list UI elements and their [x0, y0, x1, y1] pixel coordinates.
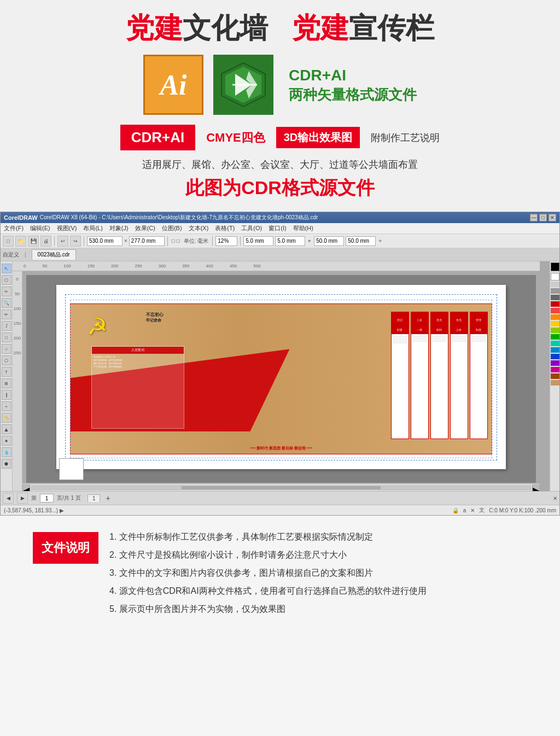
swatch-brown[interactable] — [551, 373, 559, 379]
note-item-2: 2. 文件尺寸是投稿比例缩小设计，制作时请务必注意尺寸大小 — [109, 547, 527, 563]
h-scroll-thumb[interactable] — [182, 486, 381, 489]
h-scroll-right[interactable]: ▶ — [532, 484, 540, 491]
menu-help[interactable]: 帮助(H) — [293, 224, 313, 232]
swatch-red[interactable] — [551, 301, 559, 307]
tb-new[interactable]: □ — [3, 236, 14, 247]
swatch-darkblue[interactable] — [551, 354, 559, 359]
title-party1: 党建 — [126, 12, 183, 44]
menu-window[interactable]: 窗口(I) — [269, 224, 286, 232]
tool-freehand[interactable]: ✏ — [2, 309, 11, 319]
tb-redo[interactable]: ↪ — [70, 236, 81, 247]
tool-rectangle[interactable]: □ — [2, 332, 11, 342]
tag-cdr-ai: CDR+AI — [120, 125, 196, 150]
minimize-button[interactable]: — — [530, 214, 538, 221]
cdr-right-panel — [550, 261, 559, 491]
menu-table[interactable]: 表格(T) — [215, 224, 235, 232]
tool-eyedropper[interactable]: 💧 — [2, 447, 11, 457]
tool-shape[interactable]: ⬡ — [2, 275, 11, 285]
swatch-gray2[interactable] — [551, 288, 559, 294]
tb-width-input[interactable] — [87, 236, 122, 246]
menu-view[interactable]: 视图(V) — [57, 224, 77, 232]
design-panels: 党记职责 — [391, 312, 488, 439]
swatch-blue[interactable] — [551, 347, 559, 353]
tool-crop[interactable]: ✂ — [2, 287, 11, 296]
page-nav-prev[interactable]: ◀ — [3, 493, 14, 504]
title-culture: 文化墙 — [183, 12, 268, 44]
tb-save[interactable]: 💾 — [28, 236, 39, 247]
swatch-orange[interactable] — [551, 314, 559, 320]
tool-outline[interactable]: ⬟ — [2, 459, 11, 469]
tool-polygon[interactable]: ⬠ — [2, 355, 11, 365]
page-1-tab[interactable]: 1 — [88, 494, 101, 502]
menu-edit[interactable]: 编辑(E) — [30, 224, 50, 232]
h-scroll-left[interactable]: ◀ — [22, 484, 30, 491]
cdr-window-controls[interactable]: — □ ✕ — [530, 214, 556, 221]
tb-print[interactable]: 🖨 — [40, 236, 51, 247]
tool-select[interactable]: ↖ — [2, 264, 11, 273]
tag-cmye: CMYE四色 — [206, 130, 265, 146]
menu-bitmap[interactable]: 位图(B) — [162, 224, 182, 232]
swatch-gray1[interactable] — [551, 282, 559, 287]
title-party2: 党建 — [292, 12, 349, 44]
tool-interactive[interactable]: ★ — [2, 436, 11, 446]
status-icon-4: 文 — [479, 506, 485, 514]
add-page-btn[interactable]: + — [106, 494, 110, 503]
document-tab[interactable]: 0023稿品.cdr — [32, 249, 76, 260]
menu-object[interactable]: 对象(J) — [109, 224, 129, 232]
swatch-green[interactable] — [551, 334, 559, 340]
canvas-paper: ☭ 不忘初心 牢记使命 入党誓词 我志愿加入中国共产党 拥护党的纲领，遵守党的章… — [56, 285, 506, 469]
panel-4: 党员义务 — [450, 312, 468, 439]
h-scrollbar[interactable]: ◀ ▶ — [22, 483, 540, 491]
cdr-main-area: ↖ ⬡ ✂ 🔍 ✏ ⤴ □ ○ ⬠ T ⊞ ∥ ⌁ 📏 ▲ ★ 💧 ⬟ 0 50 — [1, 261, 559, 491]
page-nav-next[interactable]: ▶ — [17, 493, 28, 504]
tool-zoom[interactable]: 🔍 — [2, 298, 11, 308]
design-area: ☭ 不忘初心 牢记使命 入党誓词 我志愿加入中国共产党 拥护党的纲领，遵守党的章… — [70, 303, 493, 454]
close-button[interactable]: ✕ — [549, 214, 556, 221]
status-icon-3: ✕ — [470, 507, 475, 513]
tb-x2-input[interactable] — [314, 236, 344, 246]
top-section: 党建文化墙 党建宣传栏 Ai CDR+AI 两种矢量格式源文件 CDR+AI C… — [0, 0, 560, 212]
swatch-magenta[interactable] — [551, 367, 559, 372]
swatch-yellowgreen[interactable] — [551, 328, 559, 333]
swatch-tan[interactable] — [551, 380, 559, 385]
tool-measure[interactable]: 📏 — [2, 413, 11, 423]
swatch-white[interactable] — [551, 273, 559, 281]
tool-ellipse[interactable]: ○ — [2, 344, 11, 354]
swatch-lightred[interactable] — [551, 308, 559, 313]
tool-fill[interactable]: ▲ — [2, 424, 11, 434]
tool-smart[interactable]: ⤴ — [2, 321, 11, 331]
panel-3: 党员权利 — [430, 312, 448, 439]
swatch-black[interactable] — [551, 262, 559, 271]
tb-height-input[interactable] — [129, 236, 165, 246]
page-number-input[interactable] — [40, 494, 54, 503]
tb-sep-4 — [212, 236, 213, 246]
swatch-gray3[interactable] — [551, 295, 559, 300]
swatch-yellow[interactable] — [551, 321, 559, 326]
tags-row: CDR+AI CMYE四色 3D输出效果图 附制作工艺说明 — [16, 125, 544, 150]
menu-layout[interactable]: 布局(L) — [83, 224, 102, 232]
cdr-title-left: CorelDRAW CorelDRAW X8 (64-Bit) - C:\Use… — [4, 214, 318, 221]
tool-table[interactable]: ⊞ — [2, 378, 11, 388]
tb-zoom-input[interactable] — [215, 236, 237, 246]
tb-y-input[interactable] — [275, 236, 305, 246]
tool-connector[interactable]: ⌁ — [2, 401, 11, 411]
cdr-menubar: 文件(F) 编辑(E) 视图(V) 布局(L) 对象(J) 效果(C) 位图(B… — [1, 223, 559, 234]
maximize-button[interactable]: □ — [539, 214, 547, 221]
tb-undo[interactable]: ↩ — [57, 236, 68, 247]
swatch-purple[interactable] — [551, 360, 559, 366]
menu-file[interactable]: 文件(F) — [4, 224, 24, 232]
status-color: C:0 M:0 Y:0 K:100 .200 mm — [489, 507, 556, 513]
menu-effects[interactable]: 效果(C) — [135, 224, 155, 232]
tb-x-input[interactable] — [243, 236, 273, 246]
cdr-bottom-tabs: ◀ ▶ 第 页/共 1 页 1 + ✕ — [1, 491, 559, 505]
cdr-canvas-area[interactable]: 0 50 100 150 200 250 300 350 400 450 500… — [13, 261, 550, 491]
tb-sep-2 — [84, 236, 84, 246]
tb-y2-input[interactable] — [346, 236, 376, 246]
swatch-teal[interactable] — [551, 341, 559, 346]
tool-parallel[interactable]: ∥ — [2, 390, 11, 400]
h-scroll-track[interactable] — [31, 486, 531, 490]
tool-text[interactable]: T — [2, 367, 11, 377]
menu-text[interactable]: 文本(X) — [189, 224, 209, 232]
menu-tools[interactable]: 工具(O) — [241, 224, 262, 232]
tb-open[interactable]: 📁 — [15, 236, 26, 247]
